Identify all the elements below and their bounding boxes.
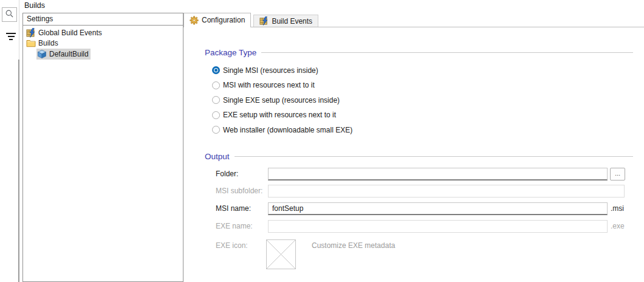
tree-item-label: Global Build Events — [38, 29, 102, 37]
gear-icon — [190, 16, 199, 25]
customize-exe-metadata-link[interactable]: Customize EXE metadata — [312, 241, 395, 250]
build-events-icon — [259, 16, 269, 26]
browse-button[interactable]: ... — [610, 168, 625, 181]
msi-subfolder-input[interactable] — [268, 185, 625, 198]
folder-label: Folder: — [216, 168, 238, 180]
package-type-options: Single MSI (resources inside) MSI with r… — [212, 66, 352, 140]
tree-item-global-build-events[interactable]: Global Build Events — [23, 27, 183, 38]
tab-configuration[interactable]: Configuration — [183, 13, 251, 27]
page-title: Builds — [24, 0, 45, 12]
radio-web-installer[interactable]: Web installer (downloadable small EXE) — [212, 125, 352, 134]
group-title: Package Type — [205, 48, 256, 57]
exe-name-input[interactable] — [268, 220, 608, 233]
radio-icon[interactable] — [212, 111, 220, 119]
radio-icon[interactable] — [212, 126, 220, 134]
msi-name-label: MSI name: — [216, 202, 251, 215]
search-button[interactable] — [2, 7, 17, 22]
output-group-header: Output — [205, 152, 633, 161]
tree-header: Settings — [23, 13, 183, 26]
tree-item-label: DefaultBuild — [49, 50, 89, 58]
settings-tree-panel: Settings Global — [22, 13, 183, 282]
radio-single-msi[interactable]: Single MSI (resources inside) — [212, 66, 352, 75]
tree-item-defaultbuild[interactable]: DefaultBuild — [23, 49, 183, 60]
group-rule — [261, 52, 633, 53]
radio-msi-with-resources[interactable]: MSI with resources next to it — [212, 81, 352, 90]
msi-suffix: .msi — [611, 202, 624, 215]
rail-scrollbar[interactable] — [18, 60, 19, 282]
msi-name-input[interactable] — [268, 202, 608, 215]
missing-image-icon[interactable] — [266, 239, 296, 269]
package-cube-icon — [37, 49, 47, 59]
folder-icon — [26, 38, 36, 48]
search-icon — [5, 9, 14, 20]
radio-icon[interactable] — [212, 96, 220, 104]
package-type-group-header: Package Type — [205, 48, 633, 57]
build-events-icon — [26, 28, 36, 38]
exe-suffix: .exe — [611, 220, 625, 233]
filter-icon[interactable] — [5, 33, 16, 40]
exe-name-label: EXE name: — [216, 220, 253, 232]
tab-bar: Configuration Build Events — [183, 13, 644, 27]
msi-subfolder-label: MSI subfolder: — [216, 185, 262, 197]
radio-single-exe[interactable]: Single EXE setup (resources inside) — [212, 95, 352, 105]
tab-label: Build Events — [272, 17, 312, 26]
tree-item-builds[interactable]: Builds — [23, 38, 183, 49]
folder-input[interactable] — [268, 168, 608, 181]
exe-icon-label: EXE icon: — [216, 239, 248, 252]
radio-icon[interactable] — [212, 66, 220, 74]
group-title: Output — [205, 152, 230, 161]
radio-exe-with-resources[interactable]: EXE setup with resources next to it — [212, 111, 352, 120]
builds-page: Builds Settings — [0, 0, 644, 282]
tab-label: Configuration — [202, 16, 245, 24]
group-rule — [235, 156, 633, 157]
tree-item-label: Builds — [38, 39, 58, 47]
tab-build-events[interactable]: Build Events — [253, 15, 318, 27]
radio-icon[interactable] — [212, 81, 220, 89]
